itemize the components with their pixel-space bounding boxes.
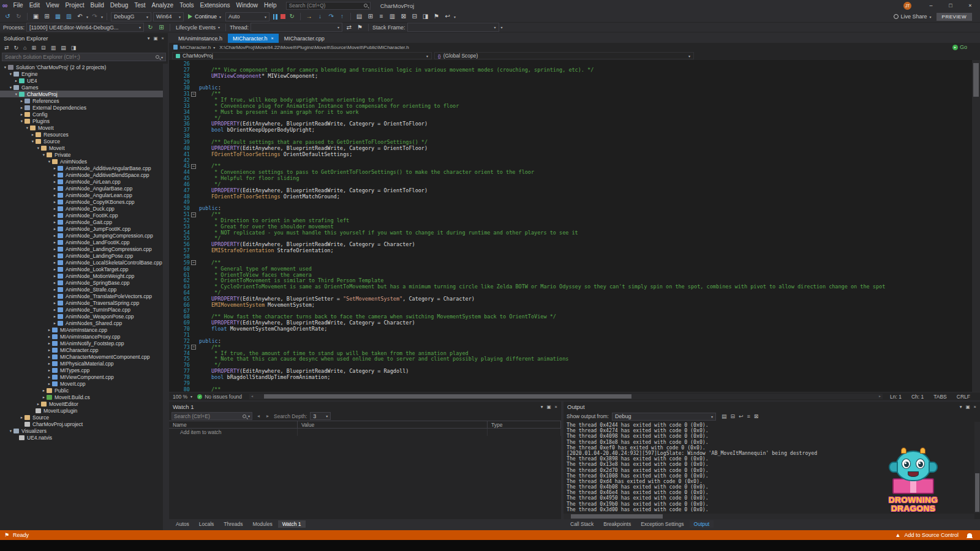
expander-collapsed-icon[interactable]: ▸ — [52, 186, 58, 191]
debug-target-dropdown[interactable]: Auto ▾ — [225, 12, 270, 21]
tree-item[interactable]: ▸External Dependencies — [0, 104, 163, 111]
document-file-dropdown[interactable]: MICharacter.h ▾ — [173, 45, 215, 50]
menu-help[interactable]: Help — [261, 0, 280, 11]
scrollbar-thumb[interactable] — [264, 394, 631, 399]
open-file-icon[interactable]: ⊞ — [42, 12, 51, 21]
expander-collapsed-icon[interactable]: ▸ — [52, 274, 58, 279]
tree-item[interactable]: ▾Plugins — [0, 118, 163, 124]
diagnostics-icon[interactable]: ≡ — [377, 12, 386, 21]
user-avatar[interactable]: JT — [903, 2, 911, 10]
tree-item[interactable]: UE4.natvis — [0, 434, 163, 441]
menu-extensions[interactable]: Extensions — [197, 0, 233, 11]
output-vertical-scrollbar[interactable] — [974, 422, 980, 513]
tree-item[interactable]: ▸AnimNode_WeaponPose.cpp — [0, 313, 163, 320]
editor-tab[interactable]: MICharacter.h× — [228, 34, 279, 43]
expander-collapsed-icon[interactable]: ▸ — [52, 173, 58, 178]
editor-vertical-scrollbar[interactable] — [972, 60, 980, 392]
menu-tools[interactable]: Tools — [176, 0, 197, 11]
tree-item[interactable]: ▸AnimNode_Gait.cpp — [0, 219, 163, 225]
expander-collapsed-icon[interactable]: ▸ — [52, 321, 58, 326]
panel-tab-modules[interactable]: Modules — [249, 520, 277, 528]
step-into-icon[interactable]: ↓ — [315, 12, 325, 21]
show-next-statement-icon[interactable]: → — [304, 12, 314, 21]
window-menu-icon[interactable]: ▾ — [960, 404, 962, 410]
panel-tab-threads[interactable]: Threads — [219, 520, 247, 528]
tree-item[interactable]: ▸AnimNode_TraversalSpring.cpp — [0, 299, 163, 306]
immediate-window-icon[interactable]: ▥ — [388, 12, 397, 21]
tree-item[interactable]: ▸MIAnimInstance.cpp — [0, 326, 163, 333]
pin-icon[interactable]: ▣ — [966, 404, 970, 410]
issues-indicator[interactable]: ✓ No issues found — [197, 394, 242, 400]
watch-column-value[interactable]: Value — [298, 421, 488, 428]
menu-analyze[interactable]: Analyze — [149, 0, 177, 11]
redo-icon[interactable]: ↷ — [90, 12, 99, 21]
expander-expanded-icon[interactable]: ▾ — [2, 65, 8, 70]
fold-collapse-icon[interactable]: − — [191, 260, 196, 265]
expander-collapsed-icon[interactable]: ▸ — [52, 193, 58, 198]
fold-collapse-icon[interactable]: − — [191, 164, 196, 169]
messages-list-icon[interactable]: ≡ — [747, 413, 750, 419]
panel-tab-watch-1[interactable]: Watch 1 — [278, 520, 306, 528]
find-message-icon[interactable]: ▤ — [722, 413, 727, 419]
close-panel-icon[interactable]: ⊠ — [754, 413, 759, 419]
tree-item[interactable]: ▸MoveIt.Build.cs — [0, 394, 163, 400]
breakpoints-window-icon[interactable]: ⊞ — [366, 12, 375, 21]
menu-test[interactable]: Test — [131, 0, 148, 11]
tree-item[interactable]: ▸Source — [0, 414, 163, 421]
window-menu-icon[interactable]: ▾ — [148, 36, 150, 41]
output-header[interactable]: Output ▾ ▣ × — [564, 402, 980, 411]
preview-selected-icon[interactable]: ◨ — [71, 45, 77, 51]
expander-collapsed-icon[interactable]: ▸ — [52, 280, 58, 285]
tree-item[interactable]: ▾Solution 'CharMovProj' (2 of 2 projects… — [0, 64, 163, 70]
comment-icon[interactable]: ◨ — [421, 12, 430, 21]
flag-filter-icon[interactable]: ⚑ — [355, 23, 364, 32]
new-folder-icon[interactable]: ⊞ — [32, 45, 37, 51]
step-out-icon[interactable]: ↑ — [337, 12, 347, 21]
tree-item[interactable]: ▸AnimNode_LookTarget.cpp — [0, 266, 163, 272]
tree-item[interactable]: ▸AnimNode_AirLean.cpp — [0, 178, 163, 185]
redo-caret-icon[interactable]: ▾ — [101, 15, 103, 19]
tree-item[interactable]: ▸AnimNodes_Shared.cpp — [0, 320, 163, 326]
tree-item[interactable]: ▸MICharacterMovementComponent.cpp — [0, 353, 163, 360]
tree-item[interactable]: ▸References — [0, 97, 163, 104]
expander-collapsed-icon[interactable]: ▸ — [52, 166, 58, 171]
expander-collapsed-icon[interactable]: ▸ — [47, 348, 52, 353]
tree-item[interactable]: ▾MoveIt — [0, 124, 163, 131]
add-to-source-control-button[interactable]: Add to Source Control — [904, 532, 959, 538]
expander-collapsed-icon[interactable]: ▸ — [52, 179, 58, 184]
restart-icon[interactable]: ↻ — [287, 12, 296, 21]
thread-switch-icon[interactable]: ⇄ — [344, 23, 353, 32]
editor-tab[interactable]: MIAnimInstance.h — [173, 34, 227, 43]
expander-expanded-icon[interactable]: ▾ — [8, 85, 13, 90]
tree-item[interactable]: ▾Private — [0, 151, 163, 158]
expander-collapsed-icon[interactable]: ▸ — [52, 200, 58, 204]
expander-collapsed-icon[interactable]: ▸ — [19, 415, 24, 420]
expander-collapsed-icon[interactable]: ▸ — [19, 105, 24, 110]
tree-item[interactable]: ▸Config — [0, 111, 163, 118]
watch-header[interactable]: Watch 1 ▾ ▣ × — [169, 402, 561, 411]
tree-item[interactable]: ▸AnimNode_AngularLean.cpp — [0, 192, 163, 198]
expander-collapsed-icon[interactable]: ▸ — [47, 381, 52, 386]
expander-expanded-icon[interactable]: ▾ — [30, 139, 36, 144]
process-snapshot-icon[interactable]: ⊞ — [157, 23, 166, 32]
code-editor[interactable]: 2627/** View component used for camera b… — [169, 60, 980, 392]
type-scope-dropdown[interactable]: {} (Global Scope) ▾ — [434, 52, 694, 59]
menu-view[interactable]: View — [43, 0, 62, 11]
maximize-button[interactable]: □ — [941, 0, 960, 11]
search-depth-dropdown[interactable]: 3 ▾ — [310, 412, 331, 420]
nav-forward-icon[interactable]: ↻ — [14, 12, 23, 21]
tree-item[interactable]: ▸AnimNode_SpringBase.cpp — [0, 279, 163, 286]
fold-collapse-icon[interactable]: − — [191, 345, 196, 350]
preview-badge[interactable]: PREVIEW — [937, 13, 972, 21]
tree-item[interactable]: ▾Games — [0, 84, 163, 91]
zoom-dropdown[interactable]: 100 % ▾ — [173, 394, 192, 400]
close-icon[interactable]: × — [162, 36, 164, 41]
expander-collapsed-icon[interactable]: ▸ — [52, 240, 58, 245]
output-source-dropdown[interactable]: Debug ▾ — [612, 413, 716, 421]
tree-item[interactable]: ▸AnimNode_CopyIKBones.cpp — [0, 198, 163, 205]
watch-search-box[interactable]: Search (Ctrl+E) ▾ — [172, 412, 252, 420]
tree-item[interactable]: ▸AnimNode_TurnInPlace.cpp — [0, 306, 163, 313]
expander-expanded-icon[interactable]: ▾ — [8, 72, 13, 77]
collapse-all-icon[interactable]: ⊟ — [41, 45, 46, 51]
search-next-icon[interactable]: ▸ — [265, 413, 271, 419]
